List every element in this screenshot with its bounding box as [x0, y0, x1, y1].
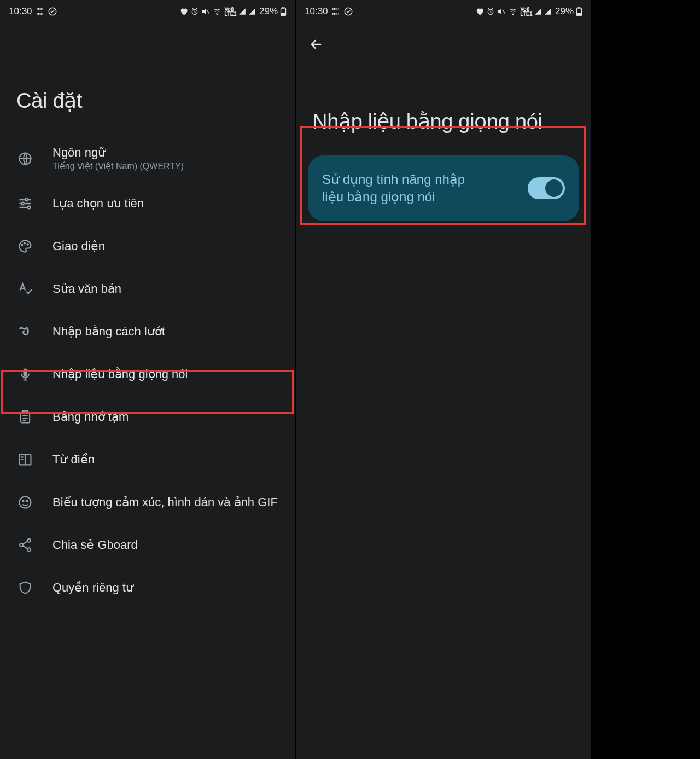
svg-point-12 [24, 242, 25, 244]
tune-icon [16, 195, 34, 212]
settings-item-theme[interactable]: Giao diện [0, 225, 295, 268]
globe-icon [16, 150, 34, 167]
settings-list: Ngôn ngữ Tiếng Việt (Việt Nam) (QWERTY) … [0, 135, 295, 609]
settings-item-text-correction[interactable]: Sửa văn bản [0, 268, 295, 310]
settings-item-preferences[interactable]: Lựa chọn ưu tiên [0, 182, 295, 225]
wifi-icon [508, 7, 518, 16]
settings-item-label: Chia sẻ Gboard [52, 538, 138, 552]
volte-indicator: Vo))LTE1 [224, 7, 236, 16]
volte-indicator: Vo))LTE1 [520, 7, 532, 16]
svg-point-13 [27, 244, 28, 245]
settings-item-label: Từ điển [52, 453, 95, 467]
settings-item-label: Quyền riêng tư [52, 581, 133, 595]
svg-point-27 [513, 14, 514, 15]
status-time: 10:30 [305, 6, 328, 17]
settings-item-sublabel: Tiếng Việt (Việt Nam) (QWERTY) [52, 161, 184, 171]
gesture-icon [16, 323, 34, 340]
phone-screen-settings: 10:30 momo Vo))LTE1 29% Cài đặt [0, 0, 295, 759]
signal-icon [238, 8, 246, 15]
momo-indicator: momo [332, 7, 340, 16]
svg-point-3 [217, 14, 218, 15]
signal-icon-2 [544, 8, 552, 15]
battery-percent: 29% [555, 6, 574, 17]
clipboard-icon [16, 408, 34, 426]
emoji-icon [16, 494, 34, 511]
settings-item-privacy[interactable]: Quyền riêng tư [0, 566, 295, 609]
settings-item-label: Ngôn ngữ [52, 146, 184, 160]
settings-item-label: Nhập liệu bằng giọng nói [52, 367, 188, 381]
status-bar: 10:30 momo Vo))LTE1 29% [0, 0, 295, 23]
settings-item-dictionary[interactable]: Từ điển [0, 438, 295, 481]
check-icon [48, 7, 57, 16]
svg-point-20 [26, 501, 27, 502]
book-icon [16, 451, 34, 468]
settings-item-voice-input[interactable]: Nhập liệu bằng giọng nói [0, 353, 295, 396]
heart-icon [179, 7, 188, 16]
toggle-knob [545, 179, 563, 197]
battery-percent: 29% [259, 6, 278, 17]
svg-point-11 [21, 245, 22, 246]
settings-item-share[interactable]: Chia sẻ Gboard [0, 524, 295, 566]
settings-item-label: Lựa chọn ưu tiên [52, 196, 144, 211]
signal-icon-2 [248, 8, 256, 15]
alarm-icon [190, 7, 199, 16]
svg-point-19 [22, 501, 24, 502]
spellcheck-icon [16, 280, 34, 298]
wifi-icon [212, 7, 222, 16]
back-button[interactable] [306, 34, 326, 55]
phone-screen-voice-input: 10:30 momo Vo))LTE1 29% Nhập liệu bằng g… [296, 0, 591, 759]
battery-icon [280, 7, 287, 16]
settings-item-emoji[interactable]: Biểu tượng cảm xúc, hình dán và ảnh GIF [0, 481, 295, 524]
svg-rect-6 [281, 14, 285, 16]
heart-icon [475, 7, 484, 16]
settings-item-label: Nhập bằng cách lướt [52, 325, 165, 339]
status-time: 10:30 [9, 6, 32, 17]
mic-icon [16, 366, 34, 383]
svg-rect-29 [578, 7, 580, 8]
svg-rect-30 [577, 14, 581, 16]
mute-icon [201, 7, 210, 16]
svg-line-2 [207, 10, 209, 14]
mute-icon [497, 7, 506, 16]
settings-item-label: Sửa văn bản [52, 282, 121, 296]
settings-item-language[interactable]: Ngôn ngữ Tiếng Việt (Việt Nam) (QWERTY) [0, 135, 295, 182]
svg-rect-5 [282, 7, 284, 8]
toggle-switch[interactable] [528, 177, 565, 199]
settings-item-glide[interactable]: Nhập bằng cách lướt [0, 310, 295, 353]
svg-rect-14 [24, 369, 27, 376]
settings-item-label: Giao diện [52, 239, 105, 253]
signal-icon [534, 8, 542, 15]
voice-input-toggle-card[interactable]: Sử dụng tính năng nhập liệu bằng giọng n… [308, 155, 579, 221]
check-icon [343, 7, 353, 16]
svg-point-10 [28, 206, 31, 209]
settings-item-clipboard[interactable]: Bảng nhớ tạm [0, 396, 295, 438]
svg-point-18 [20, 497, 31, 508]
momo-indicator: momo [37, 7, 44, 16]
page-title: Cài đặt [0, 23, 295, 135]
status-bar: 10:30 momo Vo))LTE1 29% [296, 0, 591, 23]
page-title: Nhập liệu bằng giọng nói [296, 55, 591, 155]
settings-item-label: Bảng nhớ tạm [52, 410, 129, 424]
svg-point-9 [21, 202, 24, 205]
share-icon [16, 536, 34, 554]
battery-icon [576, 7, 582, 16]
palette-icon [16, 237, 34, 255]
toggle-label: Sử dụng tính năng nhập liệu bằng giọng n… [322, 171, 486, 206]
settings-item-label: Biểu tượng cảm xúc, hình dán và ảnh GIF [52, 495, 278, 509]
privacy-icon [16, 579, 34, 596]
svg-line-26 [503, 10, 505, 14]
alarm-icon [486, 7, 495, 16]
svg-point-8 [25, 199, 28, 201]
